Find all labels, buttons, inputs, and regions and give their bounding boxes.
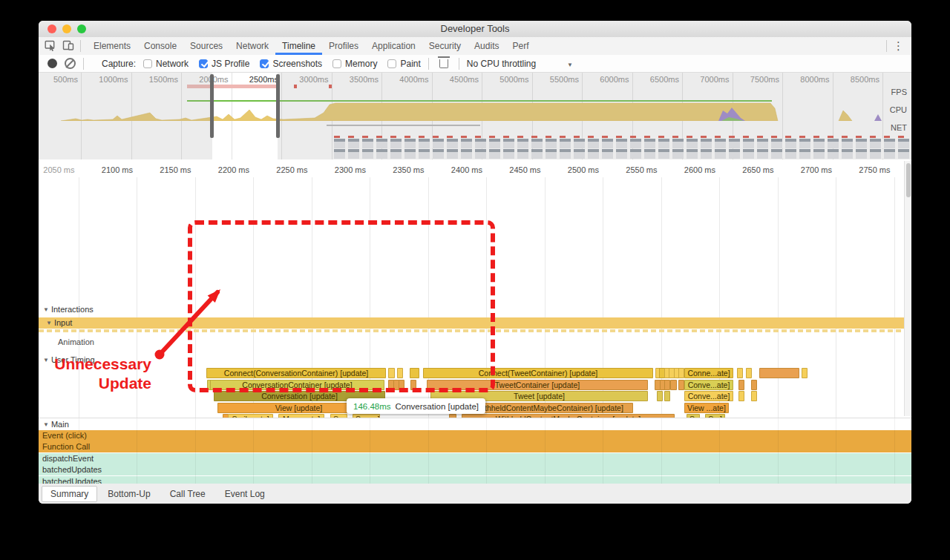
window-titlebar: Developer Tools [39,21,911,38]
record-button[interactable] [48,59,57,68]
tab-profiles[interactable]: Profiles [322,37,365,55]
flame-bar[interactable]: View ...ate] [684,403,729,413]
details-tab-summary[interactable]: Summary [42,486,97,502]
tab-perf[interactable]: Perf [505,37,535,55]
vertical-scrollbar[interactable] [904,161,911,416]
flame-bar[interactable] [759,368,799,378]
expander-icon: ▼ [46,320,52,326]
capture-option-paint[interactable]: Paint [387,59,420,69]
main-gridline [894,418,895,484]
flame-bar[interactable]: Sc...] [330,414,347,418]
capture-option-js-profile[interactable]: JS Profile [199,59,249,69]
flame-bar[interactable] [678,380,684,390]
flame-tick-label: 2250 ms [269,165,308,174]
main-row-dispatchevent[interactable]: dispatchEvent [39,453,911,464]
section-input[interactable]: ▼Input [46,318,72,327]
capture-option-network[interactable]: Network [143,59,189,69]
capture-option-memory[interactable]: Memory [332,59,377,69]
flame-gridline [894,177,895,418]
inspect-element-icon[interactable] [45,39,56,53]
flame-bar[interactable]: Conve...ate] [684,391,733,401]
flame-tick-label: 2750 ms [852,165,891,174]
flame-gridline [836,177,836,418]
details-tab-bottom-up[interactable]: Bottom-Up [99,486,159,502]
main-row-batchedupdates[interactable]: batchedUpdates [39,464,911,475]
chevron-down-icon[interactable]: ▼ [567,62,573,68]
tab-elements[interactable]: Elements [87,37,137,55]
flame-bar[interactable]: WithheldContentMaybeContainer [update] [462,414,675,418]
main-gridline [195,418,196,484]
flame-bar[interactable]: More...ate] [278,414,324,418]
main-gridline [312,418,312,484]
scrollbar-thumb[interactable] [906,163,911,197]
main-row-batchedupdates[interactable]: batchedUpdates [39,476,911,484]
flame-bar[interactable] [738,391,744,401]
flame-tick-label: 2400 ms [444,165,482,174]
flame-bar[interactable] [737,368,743,378]
main-row-function-call[interactable]: Function Call [39,441,911,452]
cpu-throttling-select[interactable]: No CPU throttling [467,59,536,69]
flame-tick-label: 2300 ms [327,165,366,174]
annotation-arrow [150,282,232,365]
expander-icon: ▼ [43,421,49,428]
annotation-dashed-box [188,220,495,392]
details-tab-call-tree[interactable]: Call Tree [161,486,214,502]
device-toolbar-icon[interactable] [62,39,74,53]
main-row-event-click-[interactable]: Event (click) [39,430,911,441]
annotation-text: Unnecessary Update [46,355,151,393]
main-gridline [836,418,836,484]
flame-bar[interactable] [746,368,752,378]
main-gridline [428,418,429,484]
tab-network[interactable]: Network [229,37,275,55]
capture-option-screenshots[interactable]: Screenshots [260,59,322,69]
flame-bar[interactable] [657,391,663,401]
flame-bar[interactable] [738,380,744,390]
tab-sources[interactable]: Sources [183,37,229,55]
flame-bar[interactable]: Scr...e] [353,414,380,418]
checkbox-checked-icon[interactable] [199,59,208,68]
tab-application[interactable]: Application [365,37,422,55]
section-interactions[interactable]: ▼Interactions [43,305,94,314]
details-tab-event-log[interactable]: Event Log [216,486,274,502]
flame-bar[interactable]: S... [687,414,700,418]
checkbox-checked-icon[interactable] [260,59,269,68]
tab-timeline[interactable]: Timeline [275,37,322,55]
divider [886,40,887,52]
flame-bar[interactable] [670,380,677,390]
section-animation[interactable]: Animation [58,337,94,346]
devtools-tabbar: ElementsConsoleSourcesNetworkTimelinePro… [39,37,911,56]
flame-bar[interactable]: Conve...ate] [684,380,733,390]
flame-bar[interactable] [664,380,670,390]
tab-audits[interactable]: Audits [468,37,505,55]
flame-bar[interactable] [664,391,670,401]
timeline-overview[interactable]: 500ms1000ms1500ms2000ms2500ms3000ms3500m… [39,73,911,160]
flame-bar[interactable] [751,391,757,401]
selection-handle-right[interactable] [276,74,280,138]
section-main[interactable]: ▼Main [43,420,69,429]
tab-security[interactable]: Security [422,37,468,55]
overview-tick-label: 2500ms [232,75,278,84]
flame-tick-label: 2150 ms [153,165,191,174]
flame-bar[interactable]: Scrib...ate] [228,414,273,418]
checkbox-unchecked-icon[interactable] [387,59,396,68]
garbage-collect-icon[interactable] [439,59,448,68]
timeline-controls: Capture: NetworkJS ProfileScreenshotsMem… [39,55,911,73]
lane-label-fps: FPS [862,88,907,96]
selection-handle-left[interactable] [210,74,214,138]
main-gridline [661,418,662,484]
main-thread-section[interactable]: ▼Main Event (click)Function Calldispatch… [39,418,911,484]
flame-bar[interactable]: S...] [705,414,725,418]
flame-bar[interactable] [678,368,684,378]
more-options-icon[interactable]: ⋮ [893,42,904,50]
flame-bar[interactable]: Conne...ate] [684,368,733,378]
clear-recording-button[interactable] [65,58,76,69]
tab-console[interactable]: Console [137,37,183,55]
capture-option-label: Screenshots [272,59,322,69]
divider [459,58,459,70]
flame-bar[interactable] [751,380,757,390]
checkbox-unchecked-icon[interactable] [143,59,152,68]
flame-bar[interactable] [802,368,808,378]
lane-label-net: NET [862,123,907,132]
checkbox-unchecked-icon[interactable] [332,59,341,68]
flame-bar[interactable] [449,414,456,418]
